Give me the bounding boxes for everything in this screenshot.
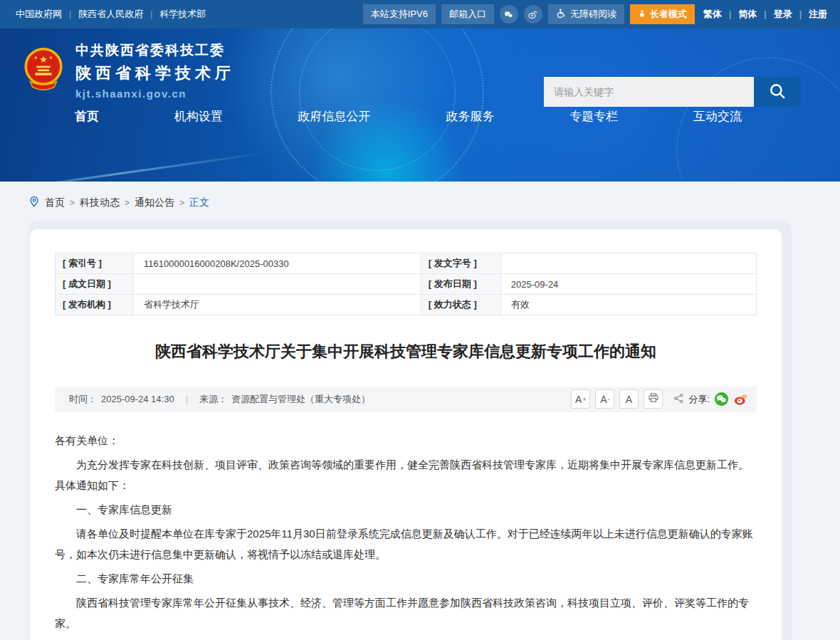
article-paragraph: 各有关单位： [55, 430, 757, 451]
document-meta-table: [ 索引号 ] 11610000016000208K/2025-00330 [ … [55, 253, 757, 315]
breadcrumb-tech-news[interactable]: 科技动态 [80, 196, 120, 209]
location-pin-icon [28, 196, 40, 209]
separator: | [150, 9, 152, 19]
mail-entry-button[interactable]: 邮箱入口 [441, 4, 494, 24]
link-most[interactable]: 科学技术部 [159, 8, 206, 21]
font-default-button[interactable]: A [619, 389, 639, 409]
breadcrumb-current: 正文 [189, 196, 209, 209]
time-label: 时间： [69, 393, 97, 406]
font-increase-button[interactable]: A+ [571, 389, 590, 409]
meta-label-written-date: [ 成文日期 ] [56, 274, 134, 295]
breadcrumb: 首页 > 科技动态 > 通知公告 > 正文 [0, 182, 840, 221]
article-card-outer: [ 索引号 ] 11610000016000208K/2025-00330 [ … [28, 221, 792, 640]
svg-text:★: ★ [39, 54, 48, 65]
wheelchair-icon [556, 8, 567, 21]
article-tools: A+ A- A 分享: [571, 389, 748, 409]
article-subsection-heading: （一）技术专家 [55, 637, 757, 640]
table-row: [ 索引号 ] 11610000016000208K/2025-00330 [ … [56, 253, 757, 274]
gov-links: 中国政府网 | 陕西省人民政府 | 科学技术部 [16, 8, 206, 21]
meta-label-validity: [ 效力状态 ] [421, 295, 500, 315]
separator: | [729, 9, 731, 19]
breadcrumb-home[interactable]: 首页 [45, 196, 65, 209]
topbar-tools: 本站支持IPV6 邮箱入口 无障碍阅读 长者模式 繁体 [363, 4, 827, 24]
table-row: [ 成文日期 ] [ 发布日期 ] 2025-09-24 [56, 274, 757, 295]
nav-label: 政务服务 [446, 110, 494, 123]
source-value: 资源配置与管理处（重大专项处） [231, 393, 370, 406]
print-button[interactable] [644, 389, 663, 409]
printer-icon [648, 392, 659, 406]
article-paragraph: 请各单位及时提醒本单位在库专家于2025年11月30日前登录系统完成信息更新及确… [55, 523, 757, 565]
nav-label: 首页 [75, 110, 99, 123]
status-badge: 有效 [500, 295, 756, 315]
link-china-gov[interactable]: 中国政府网 [16, 8, 62, 21]
elder-mode-button[interactable]: 长者模式 [630, 4, 695, 24]
meta-label-docnum: [ 发文字号 ] [421, 253, 500, 274]
article-section-heading: 二、专家库常年公开征集 [55, 568, 757, 589]
top-utility-bar: 中国政府网 | 陕西省人民政府 | 科学技术部 本站支持IPV6 邮箱入口 无障… [0, 0, 840, 28]
meta-label-index: [ 索引号 ] [56, 253, 134, 274]
page-title: 陕西省科学技术厅关于集中开展科技管理专家库信息更新专项工作的通知 [62, 341, 750, 363]
brand-text: 中共陕西省委科技工委 陕西省科学技术厅 kjt.shaanxi.gov.cn [75, 41, 235, 100]
article-card: [ 索引号 ] 11610000016000208K/2025-00330 [ … [30, 229, 782, 640]
breadcrumb-separator: > [179, 198, 184, 208]
page: 中国政府网 | 陕西省人民政府 | 科学技术部 本站支持IPV6 邮箱入口 无障… [0, 0, 840, 640]
svg-text:★: ★ [34, 55, 38, 60]
share-group: 分享: [673, 392, 748, 406]
meta-value-org: 省科学技术厅 [134, 295, 421, 315]
meta-value-docnum [500, 253, 756, 274]
accessibility-button[interactable]: 无障碍阅读 [548, 4, 624, 24]
meta-label-org: [ 发布机构 ] [56, 295, 134, 315]
meta-label-publish-date: [ 发布日期 ] [421, 274, 500, 295]
weibo-icon[interactable] [524, 5, 542, 23]
breadcrumb-notices[interactable]: 通知公告 [135, 196, 174, 209]
org-name-line1: 中共陕西省委科技工委 [75, 41, 235, 60]
article-paragraph: 为充分发挥专家在科技创新、项目评审、政策咨询等领域的重要作用，健全完善陕西省科技… [55, 454, 757, 495]
nav-item-home[interactable]: 首页 [75, 108, 99, 125]
site-url: kjt.shaanxi.gov.cn [75, 88, 235, 100]
site-search [544, 77, 801, 107]
search-icon [768, 82, 787, 103]
nav-item-interaction[interactable]: 互动交流 [693, 108, 742, 125]
table-row: [ 发布机构 ] 省科学技术厅 [ 效力状态 ] 有效 [56, 295, 757, 315]
wechat-share-icon[interactable] [714, 392, 729, 406]
link-shaanxi-gov[interactable]: 陕西省人民政府 [78, 8, 143, 21]
accessibility-label: 无障碍阅读 [570, 8, 616, 21]
traditional-chinese-link[interactable]: 繁体 [703, 8, 722, 21]
font-decrease-button[interactable]: A- [595, 389, 614, 409]
main-nav: 首页 机构设置 政府信息公开 政务服务 专题专栏 互动交流 [0, 108, 840, 125]
org-name-line2: 陕西省科学技术厅 [75, 63, 235, 84]
nav-item-gov-services[interactable]: 政务服务 [446, 108, 494, 125]
weibo-share-icon[interactable] [733, 392, 748, 406]
svg-text:★: ★ [49, 55, 53, 60]
search-button[interactable] [754, 77, 801, 107]
article-paragraph: 陕西省科技管理专家库常年公开征集从事技术、经济、管理等方面工作并愿意参加陕西省科… [55, 592, 757, 634]
divider: | [186, 394, 188, 404]
breadcrumb-separator: > [70, 198, 75, 208]
nav-label: 机构设置 [174, 110, 223, 123]
nav-label: 专题专栏 [569, 110, 618, 123]
register-link[interactable]: 注册 [809, 8, 827, 21]
auth-links: 繁体 | 简体 | 登录 | 注册 [703, 8, 827, 21]
article-section-heading: 一、专家库信息更新 [55, 499, 757, 520]
wechat-icon[interactable] [500, 5, 518, 23]
share-label: 分享: [688, 393, 710, 406]
elder-mode-label: 长者模式 [650, 8, 687, 21]
nav-item-organization[interactable]: 机构设置 [174, 108, 223, 125]
site-logo[interactable]: ★ ★ ★ 中共陕西省委科技工委 陕西省科学技术厅 kjt.shaanxi.go… [21, 41, 235, 100]
ipv6-badge[interactable]: 本站支持IPV6 [363, 4, 436, 24]
nav-label: 政府信息公开 [298, 110, 371, 123]
login-link[interactable]: 登录 [774, 8, 792, 21]
breadcrumb-separator: > [125, 198, 130, 208]
share-icon [673, 393, 684, 406]
article-meta-info: 时间： 2025-09-24 14:30 | 来源： 资源配置与管理处（重大专项… [69, 393, 370, 406]
separator: | [69, 9, 71, 19]
nav-item-special-topics[interactable]: 专题专栏 [569, 108, 618, 125]
banner-decoration [271, 28, 484, 182]
banner-decoration [0, 152, 269, 182]
meta-value-written-date [134, 274, 421, 295]
nav-item-info-disclosure[interactable]: 政府信息公开 [298, 108, 371, 125]
simplified-chinese-link[interactable]: 简体 [738, 8, 757, 21]
article-meta-strip: 时间： 2025-09-24 14:30 | 来源： 资源配置与管理处（重大专项… [55, 387, 757, 412]
search-input[interactable] [544, 77, 754, 107]
publish-time: 2025-09-24 14:30 [101, 394, 174, 404]
